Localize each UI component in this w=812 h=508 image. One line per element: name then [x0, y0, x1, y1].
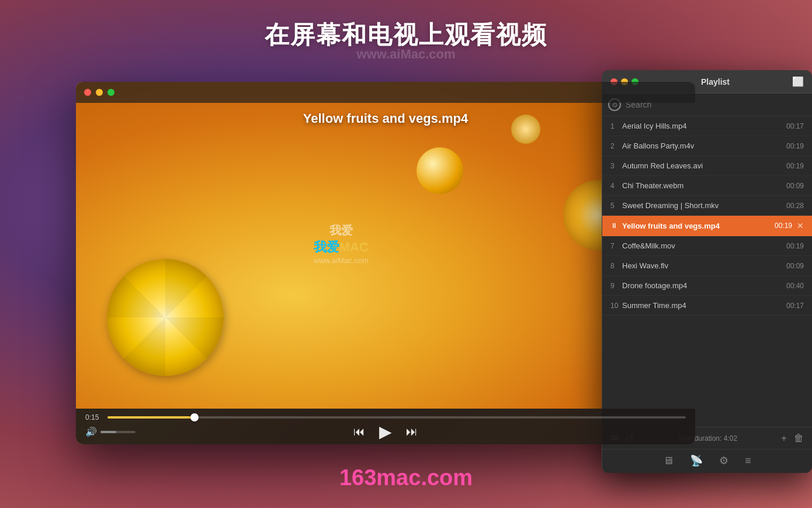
item-duration: 00:19: [772, 222, 792, 230]
playlist-item[interactable]: 4 Chi Theater.webm 00:09: [602, 176, 812, 196]
minimize-button[interactable]: [96, 89, 103, 96]
item-number: 3: [610, 162, 622, 170]
item-name: Chi Theater.webm: [622, 181, 783, 190]
page-title: 在屏幕和电视上观看视频: [0, 0, 812, 51]
progress-fill: [107, 416, 195, 419]
item-number: 7: [610, 242, 622, 250]
playlist-item[interactable]: ⏸ Yellow fruits and vegs.mp4 00:19 ✕: [602, 216, 812, 236]
item-name: Coffe&Milk.mov: [622, 241, 783, 250]
video-title-overlay: Yellow fruits and vegs.mp4: [76, 111, 695, 126]
playlist-item[interactable]: 2 Air Ballons Party.m4v 00:19: [602, 136, 812, 156]
item-number: 4: [610, 182, 622, 190]
trash-button[interactable]: 🗑: [794, 433, 804, 444]
add-button[interactable]: +: [781, 433, 787, 444]
item-name: Sweet Dreaming | Short.mkv: [622, 201, 783, 210]
prev-button[interactable]: ⏮: [353, 425, 365, 438]
item-duration: 00:19: [783, 142, 804, 150]
item-name: Autumn Red Leaves.avi: [622, 161, 783, 170]
item-duration: 00:09: [783, 182, 804, 190]
item-name: Hexi Wave.flv: [622, 261, 783, 270]
item-number: 2: [610, 142, 622, 150]
screen-icon[interactable]: ⬜: [792, 76, 804, 87]
play-button[interactable]: ▶: [379, 422, 392, 441]
item-close-icon[interactable]: ✕: [797, 221, 804, 230]
progress-row: 0:15: [85, 413, 686, 421]
item-duration: 00:40: [783, 282, 804, 290]
item-duration: 00:09: [783, 262, 804, 270]
item-name: Drone footage.mp4: [622, 281, 783, 290]
playlist-item[interactable]: 3 Autumn Red Leaves.avi 00:19: [602, 156, 812, 176]
playlist-item[interactable]: 5 Sweet Dreaming | Short.mkv 00:28: [602, 196, 812, 216]
playlist-item[interactable]: 10 Summer Time.mp4 00:17: [602, 296, 812, 316]
fruit-whole: [417, 147, 463, 194]
item-number: 10: [610, 302, 622, 310]
fruit-segments: [107, 259, 224, 376]
monitor-icon[interactable]: 🖥: [663, 455, 674, 467]
item-name: Yellow fruits and vegs.mp4: [622, 222, 772, 230]
item-name: Air Ballons Party.m4v: [622, 141, 783, 150]
item-duration: 00:19: [783, 242, 804, 250]
window-titlebar: [76, 82, 695, 103]
playlist-items: 1 Aerial Icy Hills.mp4 00:17 2 Air Ballo…: [602, 116, 812, 427]
volume-fill: [100, 431, 116, 433]
progress-track[interactable]: [107, 416, 686, 419]
item-number: 8: [610, 262, 622, 270]
buttons-row: 🔊 ⏮ ▶ ⏭: [85, 426, 686, 437]
item-duration: 00:28: [783, 202, 804, 210]
list-icon[interactable]: ≡: [745, 455, 751, 467]
volume-area: 🔊: [85, 426, 136, 437]
playlist-item[interactable]: 8 Hexi Wave.flv 00:09: [602, 256, 812, 276]
item-name: Summer Time.mp4: [622, 301, 783, 310]
item-duration: 00:19: [783, 162, 804, 170]
pause-icon: ⏸: [610, 222, 622, 230]
progress-thumb[interactable]: [190, 413, 199, 421]
close-button[interactable]: [84, 89, 91, 96]
maximize-button[interactable]: [107, 89, 114, 96]
playlist-item[interactable]: 9 Drone footage.mp4 00:40: [602, 276, 812, 296]
current-time: 0:15: [85, 413, 102, 421]
item-number: 5: [610, 202, 622, 210]
next-button[interactable]: ⏭: [406, 425, 418, 438]
item-number: 9: [610, 282, 622, 290]
settings-icon[interactable]: ⚙: [719, 454, 728, 467]
watermark-bottom: 163mac.com: [339, 465, 473, 490]
item-duration: 00:17: [783, 302, 804, 310]
controls-bar: 0:15 🔊 ⏮ ▶ ⏭: [76, 409, 695, 444]
footer-bottom: 🖥 📡 ⚙ ≡: [602, 449, 812, 473]
item-duration: 00:17: [783, 122, 804, 130]
volume-track[interactable]: [100, 431, 136, 433]
playback-controls: ⏮ ▶ ⏭: [353, 422, 418, 441]
playlist-item[interactable]: 7 Coffe&Milk.mov 00:19: [602, 236, 812, 256]
volume-icon: 🔊: [85, 426, 97, 437]
airplay-icon[interactable]: 📡: [690, 454, 703, 467]
